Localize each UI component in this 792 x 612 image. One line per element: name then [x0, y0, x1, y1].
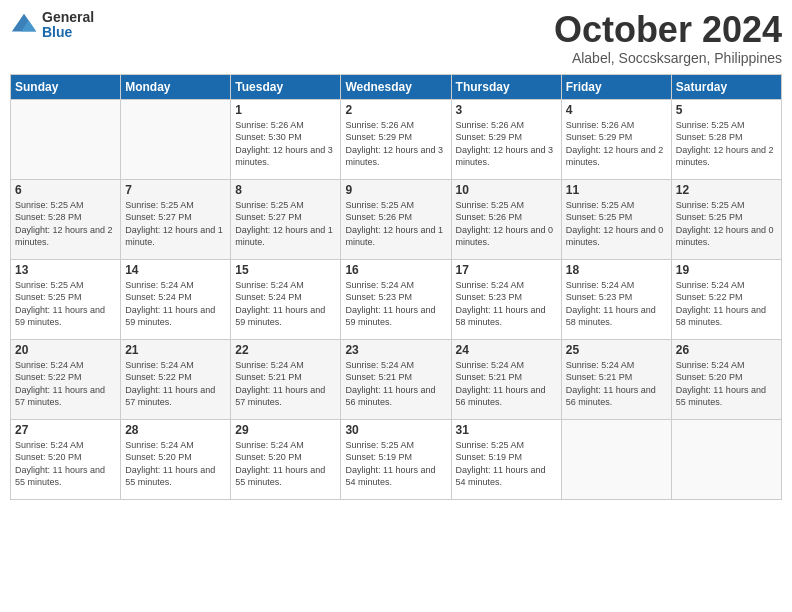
month-title: October 2024	[554, 10, 782, 50]
calendar-cell: 10Sunrise: 5:25 AM Sunset: 5:26 PM Dayli…	[451, 179, 561, 259]
calendar-week-3: 13Sunrise: 5:25 AM Sunset: 5:25 PM Dayli…	[11, 259, 782, 339]
day-number: 7	[125, 183, 226, 197]
day-info: Sunrise: 5:24 AM Sunset: 5:22 PM Dayligh…	[125, 359, 226, 409]
calendar-cell: 9Sunrise: 5:25 AM Sunset: 5:26 PM Daylig…	[341, 179, 451, 259]
day-info: Sunrise: 5:24 AM Sunset: 5:20 PM Dayligh…	[15, 439, 116, 489]
calendar-cell: 19Sunrise: 5:24 AM Sunset: 5:22 PM Dayli…	[671, 259, 781, 339]
day-info: Sunrise: 5:24 AM Sunset: 5:23 PM Dayligh…	[566, 279, 667, 329]
day-info: Sunrise: 5:24 AM Sunset: 5:22 PM Dayligh…	[15, 359, 116, 409]
day-number: 13	[15, 263, 116, 277]
calendar-cell: 16Sunrise: 5:24 AM Sunset: 5:23 PM Dayli…	[341, 259, 451, 339]
day-number: 22	[235, 343, 336, 357]
day-info: Sunrise: 5:26 AM Sunset: 5:29 PM Dayligh…	[345, 119, 446, 169]
calendar-cell: 21Sunrise: 5:24 AM Sunset: 5:22 PM Dayli…	[121, 339, 231, 419]
day-number: 5	[676, 103, 777, 117]
logo-text: General Blue	[42, 10, 94, 41]
calendar-header-tuesday: Tuesday	[231, 74, 341, 99]
calendar-week-5: 27Sunrise: 5:24 AM Sunset: 5:20 PM Dayli…	[11, 419, 782, 499]
day-number: 26	[676, 343, 777, 357]
day-info: Sunrise: 5:24 AM Sunset: 5:21 PM Dayligh…	[345, 359, 446, 409]
day-info: Sunrise: 5:24 AM Sunset: 5:21 PM Dayligh…	[456, 359, 557, 409]
calendar-cell: 25Sunrise: 5:24 AM Sunset: 5:21 PM Dayli…	[561, 339, 671, 419]
day-info: Sunrise: 5:24 AM Sunset: 5:24 PM Dayligh…	[125, 279, 226, 329]
day-number: 8	[235, 183, 336, 197]
calendar-cell: 14Sunrise: 5:24 AM Sunset: 5:24 PM Dayli…	[121, 259, 231, 339]
calendar-cell: 4Sunrise: 5:26 AM Sunset: 5:29 PM Daylig…	[561, 99, 671, 179]
calendar-table: SundayMondayTuesdayWednesdayThursdayFrid…	[10, 74, 782, 500]
calendar-cell: 7Sunrise: 5:25 AM Sunset: 5:27 PM Daylig…	[121, 179, 231, 259]
calendar-header-monday: Monday	[121, 74, 231, 99]
calendar-cell: 24Sunrise: 5:24 AM Sunset: 5:21 PM Dayli…	[451, 339, 561, 419]
day-number: 19	[676, 263, 777, 277]
day-info: Sunrise: 5:25 AM Sunset: 5:19 PM Dayligh…	[345, 439, 446, 489]
day-info: Sunrise: 5:26 AM Sunset: 5:30 PM Dayligh…	[235, 119, 336, 169]
day-number: 27	[15, 423, 116, 437]
day-number: 2	[345, 103, 446, 117]
logo-blue: Blue	[42, 25, 94, 40]
calendar-cell	[561, 419, 671, 499]
day-info: Sunrise: 5:25 AM Sunset: 5:25 PM Dayligh…	[566, 199, 667, 249]
day-info: Sunrise: 5:24 AM Sunset: 5:20 PM Dayligh…	[125, 439, 226, 489]
day-info: Sunrise: 5:25 AM Sunset: 5:26 PM Dayligh…	[345, 199, 446, 249]
calendar-header-sunday: Sunday	[11, 74, 121, 99]
calendar-cell: 27Sunrise: 5:24 AM Sunset: 5:20 PM Dayli…	[11, 419, 121, 499]
day-info: Sunrise: 5:25 AM Sunset: 5:28 PM Dayligh…	[676, 119, 777, 169]
calendar-cell: 8Sunrise: 5:25 AM Sunset: 5:27 PM Daylig…	[231, 179, 341, 259]
day-number: 16	[345, 263, 446, 277]
calendar-header-saturday: Saturday	[671, 74, 781, 99]
day-number: 31	[456, 423, 557, 437]
page-header: General Blue October 2024 Alabel, Soccsk…	[10, 10, 782, 66]
calendar-cell	[11, 99, 121, 179]
logo: General Blue	[10, 10, 94, 41]
day-info: Sunrise: 5:25 AM Sunset: 5:25 PM Dayligh…	[15, 279, 116, 329]
calendar-cell: 15Sunrise: 5:24 AM Sunset: 5:24 PM Dayli…	[231, 259, 341, 339]
day-number: 15	[235, 263, 336, 277]
day-number: 9	[345, 183, 446, 197]
calendar-cell: 11Sunrise: 5:25 AM Sunset: 5:25 PM Dayli…	[561, 179, 671, 259]
calendar-cell: 6Sunrise: 5:25 AM Sunset: 5:28 PM Daylig…	[11, 179, 121, 259]
logo-general: General	[42, 10, 94, 25]
calendar-cell: 17Sunrise: 5:24 AM Sunset: 5:23 PM Dayli…	[451, 259, 561, 339]
day-number: 29	[235, 423, 336, 437]
calendar-cell: 26Sunrise: 5:24 AM Sunset: 5:20 PM Dayli…	[671, 339, 781, 419]
day-number: 21	[125, 343, 226, 357]
calendar-cell	[121, 99, 231, 179]
calendar-cell	[671, 419, 781, 499]
day-number: 6	[15, 183, 116, 197]
calendar-cell: 30Sunrise: 5:25 AM Sunset: 5:19 PM Dayli…	[341, 419, 451, 499]
day-info: Sunrise: 5:25 AM Sunset: 5:19 PM Dayligh…	[456, 439, 557, 489]
day-info: Sunrise: 5:25 AM Sunset: 5:27 PM Dayligh…	[125, 199, 226, 249]
calendar-cell: 28Sunrise: 5:24 AM Sunset: 5:20 PM Dayli…	[121, 419, 231, 499]
day-number: 20	[15, 343, 116, 357]
calendar-header-thursday: Thursday	[451, 74, 561, 99]
calendar-cell: 13Sunrise: 5:25 AM Sunset: 5:25 PM Dayli…	[11, 259, 121, 339]
day-number: 24	[456, 343, 557, 357]
header-row: SundayMondayTuesdayWednesdayThursdayFrid…	[11, 74, 782, 99]
calendar-cell: 12Sunrise: 5:25 AM Sunset: 5:25 PM Dayli…	[671, 179, 781, 259]
calendar-cell: 2Sunrise: 5:26 AM Sunset: 5:29 PM Daylig…	[341, 99, 451, 179]
day-number: 28	[125, 423, 226, 437]
day-number: 11	[566, 183, 667, 197]
calendar-cell: 31Sunrise: 5:25 AM Sunset: 5:19 PM Dayli…	[451, 419, 561, 499]
calendar-cell: 20Sunrise: 5:24 AM Sunset: 5:22 PM Dayli…	[11, 339, 121, 419]
day-number: 1	[235, 103, 336, 117]
day-info: Sunrise: 5:26 AM Sunset: 5:29 PM Dayligh…	[456, 119, 557, 169]
calendar-cell: 3Sunrise: 5:26 AM Sunset: 5:29 PM Daylig…	[451, 99, 561, 179]
day-info: Sunrise: 5:24 AM Sunset: 5:23 PM Dayligh…	[345, 279, 446, 329]
day-number: 17	[456, 263, 557, 277]
calendar-week-1: 1Sunrise: 5:26 AM Sunset: 5:30 PM Daylig…	[11, 99, 782, 179]
day-number: 18	[566, 263, 667, 277]
calendar-cell: 5Sunrise: 5:25 AM Sunset: 5:28 PM Daylig…	[671, 99, 781, 179]
day-info: Sunrise: 5:24 AM Sunset: 5:23 PM Dayligh…	[456, 279, 557, 329]
calendar-cell: 22Sunrise: 5:24 AM Sunset: 5:21 PM Dayli…	[231, 339, 341, 419]
calendar-cell: 23Sunrise: 5:24 AM Sunset: 5:21 PM Dayli…	[341, 339, 451, 419]
day-info: Sunrise: 5:24 AM Sunset: 5:21 PM Dayligh…	[566, 359, 667, 409]
day-number: 3	[456, 103, 557, 117]
day-number: 30	[345, 423, 446, 437]
title-section: October 2024 Alabel, Soccsksargen, Phili…	[554, 10, 782, 66]
day-info: Sunrise: 5:24 AM Sunset: 5:22 PM Dayligh…	[676, 279, 777, 329]
calendar-cell: 29Sunrise: 5:24 AM Sunset: 5:20 PM Dayli…	[231, 419, 341, 499]
day-number: 4	[566, 103, 667, 117]
day-number: 25	[566, 343, 667, 357]
logo-icon	[10, 11, 38, 39]
